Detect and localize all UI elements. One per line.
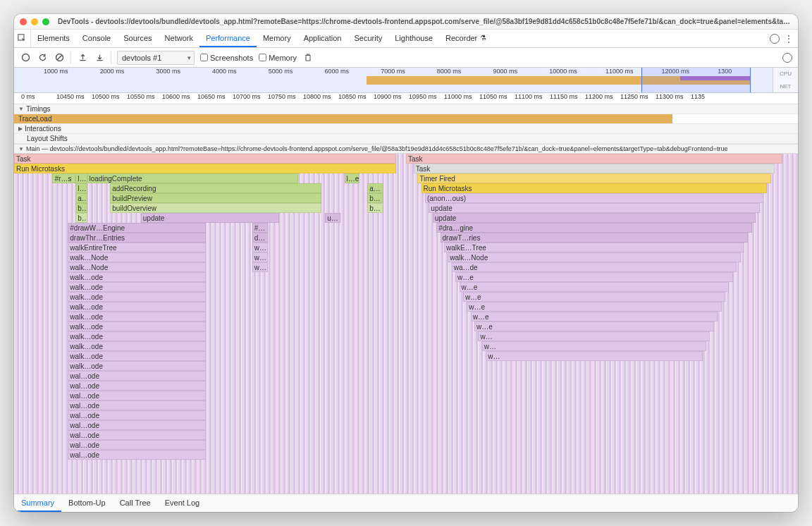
details-tab-summary[interactable]: Summary [14, 494, 61, 512]
flame-entry[interactable]: w…e [463, 292, 725, 302]
tab-network[interactable]: Network [159, 30, 199, 47]
flame-entry[interactable]: (anon…ous) [425, 193, 763, 203]
flame-entry[interactable]: Run Microtasks [422, 183, 768, 193]
tab-lighthouse[interactable]: Lighthouse [388, 30, 439, 47]
flame-entry[interactable]: walk…ode [68, 361, 206, 371]
record-button[interactable] [20, 52, 31, 63]
flame-entry[interactable]: walk…ode [68, 331, 206, 341]
flame-entry[interactable]: w…e [467, 302, 721, 312]
flame-entry[interactable]: u… [325, 213, 340, 223]
main-thread-header[interactable]: ▼Main — devtools://devtools/bundled/devt… [14, 144, 798, 154]
flame-entry[interactable]: buildPreview [110, 193, 321, 203]
layout-shifts-header[interactable]: Layout Shifts [14, 134, 798, 144]
flame-entry[interactable]: w…e [455, 272, 733, 282]
flame-entry[interactable]: b… [75, 203, 87, 213]
flame-entry[interactable]: w…e [471, 312, 718, 322]
flame-entry[interactable]: walkEntireTree [68, 243, 206, 252]
maximize-button[interactable] [42, 18, 49, 25]
flame-entry[interactable]: w… [478, 331, 710, 341]
profile-select[interactable]: devtools #1 [117, 51, 195, 65]
delete-button[interactable] [302, 52, 314, 63]
flame-entry[interactable]: update [141, 213, 279, 223]
inspect-icon[interactable] [14, 30, 31, 47]
flame-entry[interactable]: walk…ode [68, 322, 206, 331]
flame-entry[interactable]: w…e [474, 322, 714, 331]
tab-elements[interactable]: Elements [31, 30, 76, 47]
flame-entry[interactable]: Task [406, 154, 782, 164]
details-tab-bottom-up[interactable]: Bottom-Up [61, 494, 113, 512]
flame-chart[interactable]: TaskRun Microtasks#r…sl…loadingCompletel… [14, 154, 798, 494]
details-tab-event-log[interactable]: Event Log [158, 494, 207, 512]
traceload-bar[interactable]: TraceLoad [14, 114, 798, 124]
flame-entry[interactable]: l…e [345, 173, 360, 183]
flame-entry[interactable]: walk…Node [448, 252, 740, 262]
flame-entry[interactable]: update [433, 213, 756, 223]
timings-header[interactable]: ▼Timings [14, 104, 798, 114]
flame-entry[interactable]: Run Microtasks [14, 164, 396, 173]
flame-entry[interactable]: Timer Fired [417, 173, 771, 183]
flame-entry[interactable]: #… [252, 223, 268, 233]
upload-button[interactable] [77, 52, 88, 63]
more-icon[interactable]: ⋮ [784, 34, 794, 44]
flame-entry[interactable]: wa…de [452, 262, 737, 272]
overview-timeline[interactable]: 1000 ms2000 ms3000 ms4000 ms5000 ms6000 … [14, 68, 798, 93]
tab-performance[interactable]: Performance [199, 30, 257, 47]
flame-entry[interactable]: w… [486, 351, 702, 361]
flame-entry[interactable]: walk…ode [68, 312, 206, 322]
flame-entry[interactable]: w… [252, 252, 268, 262]
tab-console[interactable]: Console [76, 30, 117, 47]
flame-entry[interactable]: l… [75, 183, 87, 193]
flame-entry[interactable]: #drawW…Engine [68, 223, 206, 233]
flame-entry[interactable]: wal…ode [68, 420, 206, 430]
tab-application[interactable]: Application [297, 30, 348, 47]
screenshots-checkbox[interactable]: Screenshots [200, 54, 253, 62]
flame-entry[interactable]: walk…ode [68, 341, 206, 351]
flame-entry[interactable]: Task [414, 164, 775, 173]
flame-entry[interactable]: addRecording [110, 183, 321, 193]
flame-entry[interactable]: wal…ode [68, 400, 206, 410]
tab-memory[interactable]: Memory [257, 30, 297, 47]
flame-entry[interactable]: w…e [460, 282, 730, 292]
flame-entry[interactable]: Task [14, 154, 396, 164]
flame-entry[interactable]: buildOverview [110, 203, 321, 213]
flame-entry[interactable]: walk…ode [68, 292, 206, 302]
flame-entry[interactable]: walk…ode [68, 302, 206, 312]
flame-entry[interactable]: b… [367, 193, 383, 203]
tab-recorder[interactable]: Recorder ⚗ [439, 30, 493, 47]
settings-icon[interactable] [770, 34, 780, 44]
flame-entry[interactable]: wal…ode [68, 440, 206, 450]
details-tab-call-tree[interactable]: Call Tree [113, 494, 158, 512]
flame-entry[interactable]: d… [252, 233, 268, 243]
flame-entry[interactable]: wal…ode [68, 450, 206, 460]
flame-entry[interactable]: wal…ode [68, 391, 206, 400]
flame-entry[interactable]: walk…Node [68, 252, 206, 262]
selection-range[interactable] [641, 68, 751, 92]
flame-entry[interactable]: drawThr…Entries [68, 233, 206, 243]
flame-entry[interactable]: wal…ode [68, 381, 206, 391]
clear-button[interactable] [54, 52, 65, 63]
flame-entry[interactable]: walk…ode [68, 272, 206, 282]
flame-entry[interactable]: loadingComplete [87, 173, 299, 183]
flame-entry[interactable]: update [429, 203, 759, 213]
flame-entry[interactable]: l… [75, 173, 87, 183]
tab-sources[interactable]: Sources [117, 30, 158, 47]
flame-entry[interactable]: wal…ode [68, 410, 206, 420]
download-button[interactable] [94, 52, 105, 63]
flame-entry[interactable]: walk…Node [68, 262, 206, 272]
flame-entry[interactable]: wal…ode [68, 371, 206, 381]
flame-entry[interactable]: w… [482, 341, 706, 351]
flame-entry[interactable]: walk…ode [68, 351, 206, 361]
flame-entry[interactable]: #r…s [52, 173, 75, 183]
flame-entry[interactable]: w… [252, 262, 268, 272]
interactions-header[interactable]: ▶Interactions [14, 124, 798, 134]
flame-entry[interactable]: b… [75, 213, 87, 223]
capture-settings-icon[interactable] [782, 53, 792, 63]
flame-entry[interactable]: #dra…gine [436, 223, 752, 233]
flame-entry[interactable]: walk…ode [68, 282, 206, 292]
flame-entry[interactable]: a… [367, 183, 383, 193]
tab-security[interactable]: Security [347, 30, 388, 47]
reload-button[interactable] [37, 52, 48, 63]
flame-entry[interactable]: w… [252, 243, 268, 252]
flame-entry[interactable]: walkE…Tree [444, 243, 744, 252]
minimize-button[interactable] [31, 18, 38, 25]
